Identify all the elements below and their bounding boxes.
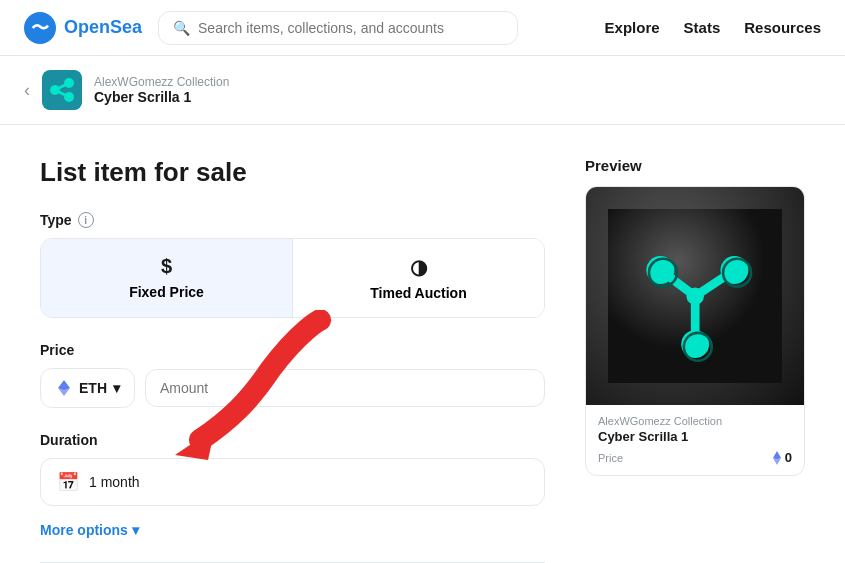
amount-input[interactable] bbox=[145, 369, 545, 407]
type-fixed-label: Fixed Price bbox=[129, 284, 204, 300]
nav-links: Explore Stats Resources bbox=[605, 19, 821, 36]
currency-chevron: ▾ bbox=[113, 380, 120, 396]
type-fixed-price[interactable]: $ Fixed Price bbox=[41, 239, 292, 317]
duration-section-label: Duration bbox=[40, 432, 545, 448]
preview-nft-name: Cyber Scrilla 1 bbox=[598, 429, 792, 444]
clock-icon: ◑ bbox=[410, 255, 427, 279]
svg-point-15 bbox=[686, 287, 703, 304]
breadcrumb-collection: AlexWGomezz Collection bbox=[94, 75, 229, 89]
search-input[interactable] bbox=[198, 20, 503, 36]
logo-icon: 〜 bbox=[24, 12, 56, 44]
main-content: List item for sale Type i $ Fixed Price … bbox=[0, 125, 845, 563]
currency-selector[interactable]: ETH ▾ bbox=[40, 368, 135, 408]
page-wrapper: 〜 OpenSea 🔍 Explore Stats Resources ‹ bbox=[0, 0, 845, 563]
preview-image bbox=[586, 187, 804, 405]
dollar-icon: $ bbox=[161, 255, 172, 278]
preview-info: AlexWGomezz Collection Cyber Scrilla 1 P… bbox=[586, 405, 804, 475]
preview-label: Preview bbox=[585, 157, 805, 174]
breadcrumb-bar: ‹ AlexWGomezz Collection Cyber Scrilla 1 bbox=[0, 56, 845, 125]
duration-value: 1 month bbox=[89, 474, 140, 490]
currency-label: ETH bbox=[79, 380, 107, 396]
preview-collection: AlexWGomezz Collection bbox=[598, 415, 792, 427]
svg-rect-0 bbox=[42, 70, 82, 110]
price-row: ETH ▾ bbox=[40, 368, 545, 408]
more-options-label: More options bbox=[40, 522, 128, 538]
left-panel: List item for sale Type i $ Fixed Price … bbox=[40, 157, 545, 563]
type-section-label: Type i bbox=[40, 212, 545, 228]
search-bar[interactable]: 🔍 bbox=[158, 11, 518, 45]
breadcrumb-info: AlexWGomezz Collection Cyber Scrilla 1 bbox=[94, 75, 229, 105]
svg-marker-19 bbox=[773, 451, 781, 460]
price-section-label: Price bbox=[40, 342, 545, 358]
breadcrumb-item-name: Cyber Scrilla 1 bbox=[94, 89, 229, 105]
nav-explore[interactable]: Explore bbox=[605, 19, 660, 36]
preview-price-label: Price bbox=[598, 452, 623, 464]
page-title: List item for sale bbox=[40, 157, 545, 188]
search-icon: 🔍 bbox=[173, 20, 190, 36]
back-button[interactable]: ‹ bbox=[24, 80, 30, 101]
duration-selector[interactable]: 📅 1 month bbox=[40, 458, 545, 506]
eth-small-icon bbox=[772, 451, 782, 465]
type-timed-auction[interactable]: ◑ Timed Auction bbox=[293, 239, 544, 317]
right-panel: Preview bbox=[585, 157, 805, 563]
calendar-icon: 📅 bbox=[57, 471, 79, 493]
navbar: 〜 OpenSea 🔍 Explore Stats Resources bbox=[0, 0, 845, 56]
preview-card: AlexWGomezz Collection Cyber Scrilla 1 P… bbox=[585, 186, 805, 476]
more-options-toggle[interactable]: More options ▾ bbox=[40, 522, 545, 538]
preview-price-row: Price 0 bbox=[598, 450, 792, 465]
type-timed-label: Timed Auction bbox=[370, 285, 466, 301]
eth-icon bbox=[55, 379, 73, 397]
nft-artwork bbox=[608, 209, 782, 383]
price-amount: 0 bbox=[785, 450, 792, 465]
logo[interactable]: 〜 OpenSea bbox=[24, 12, 142, 44]
nav-stats[interactable]: Stats bbox=[684, 19, 721, 36]
logo-text: OpenSea bbox=[64, 17, 142, 38]
more-options-chevron: ▾ bbox=[132, 522, 139, 538]
type-selector: $ Fixed Price ◑ Timed Auction bbox=[40, 238, 545, 318]
type-info-icon[interactable]: i bbox=[78, 212, 94, 228]
nft-thumbnail bbox=[42, 70, 82, 110]
nav-resources[interactable]: Resources bbox=[744, 19, 821, 36]
preview-price-value: 0 bbox=[772, 450, 792, 465]
